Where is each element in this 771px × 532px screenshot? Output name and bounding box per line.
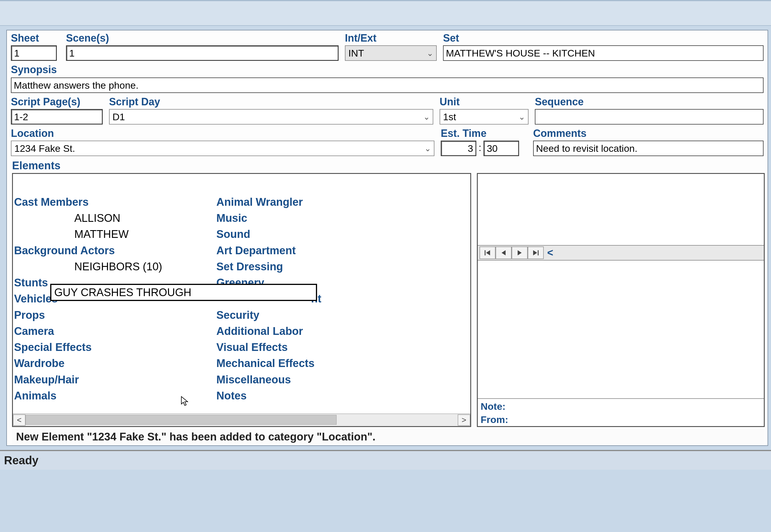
element-category[interactable]: Mechanical Effects — [216, 355, 419, 371]
elements-heading: Elements — [7, 157, 768, 173]
est-time-m-input[interactable] — [483, 141, 519, 156]
preview-panel: < Note: From: — [477, 173, 765, 427]
scenes-input[interactable] — [66, 45, 339, 61]
comments-input[interactable] — [533, 141, 764, 156]
nav-last-button[interactable] — [528, 246, 544, 259]
svg-rect-5 — [538, 250, 539, 255]
element-category[interactable]: Props — [14, 307, 216, 323]
element-item[interactable]: ALLISON — [14, 210, 216, 226]
script-day-label: Script Day — [109, 96, 433, 108]
time-separator: : — [476, 142, 483, 153]
scroll-thumb[interactable] — [26, 415, 337, 425]
element-category[interactable]: Miscellaneous — [216, 372, 419, 388]
elements-panel[interactable]: Cast MembersALLISONMATTHEWBackground Act… — [12, 173, 471, 427]
element-category[interactable]: Camera — [14, 323, 216, 339]
nav-prev-button[interactable] — [496, 246, 512, 259]
element-category[interactable]: Music — [216, 210, 419, 226]
sheet-label: Sheet — [11, 32, 60, 44]
element-inline-edit-input[interactable] — [50, 284, 317, 301]
script-pages-label: Script Page(s) — [11, 96, 103, 108]
chevron-down-icon: ⌄ — [424, 144, 431, 153]
script-day-select[interactable]: D1 ⌄ — [109, 109, 433, 125]
nav-extra-text: < — [544, 247, 553, 259]
element-category[interactable]: Animals — [14, 388, 216, 404]
element-category[interactable]: Notes — [216, 388, 419, 404]
element-category[interactable]: Wardrobe — [14, 355, 216, 371]
preview-top-area — [478, 174, 764, 246]
script-pages-input[interactable] — [11, 109, 103, 125]
set-input[interactable] — [443, 45, 764, 61]
scroll-left-button[interactable]: < — [13, 414, 26, 426]
chevron-down-icon: ⌄ — [427, 48, 433, 58]
chevron-down-icon: ⌄ — [518, 112, 525, 122]
element-item[interactable]: NEIGHBORS (10) — [14, 259, 216, 275]
element-category[interactable]: Set Dressing — [216, 259, 419, 275]
sheet-input[interactable] — [11, 45, 57, 61]
synopsis-label: Synopsis — [11, 64, 57, 76]
location-select[interactable]: 1234 Fake St. ⌄ — [11, 141, 434, 156]
svg-marker-4 — [533, 250, 537, 255]
element-category[interactable]: Sound — [216, 226, 419, 242]
svg-marker-1 — [486, 250, 490, 255]
status-bar: Ready — [0, 450, 771, 470]
svg-marker-2 — [502, 250, 506, 255]
element-category[interactable]: Art Department — [216, 242, 419, 259]
breakdown-sheet-form: Sheet Scene(s) Int/Ext INT ⌄ Set Synopsi — [6, 30, 768, 446]
info-message: New Element "1234 Fake St." has been add… — [12, 428, 765, 445]
intext-select[interactable]: INT ⌄ — [345, 45, 437, 61]
preview-nav: < — [478, 246, 764, 261]
comments-label: Comments — [533, 127, 764, 139]
element-category[interactable]: Special Effects — [14, 339, 216, 355]
set-label: Set — [443, 32, 764, 44]
element-item[interactable]: MATTHEW — [14, 226, 216, 242]
element-category[interactable]: Visual Effects — [216, 339, 419, 355]
scroll-track[interactable] — [26, 414, 458, 426]
element-category[interactable]: Cast Members — [14, 194, 216, 210]
nav-first-button[interactable] — [479, 246, 496, 259]
nav-next-button[interactable] — [512, 246, 528, 259]
chevron-down-icon: ⌄ — [423, 112, 430, 122]
synopsis-input[interactable] — [11, 77, 764, 93]
note-label: Note: — [481, 400, 761, 413]
scenes-label: Scene(s) — [66, 32, 339, 44]
location-label: Location — [11, 127, 434, 139]
element-category[interactable]: Background Actors — [14, 242, 216, 259]
element-category[interactable]: Animal Wrangler — [216, 194, 419, 210]
sequence-label: Sequence — [535, 96, 764, 108]
elements-hscrollbar[interactable]: < > — [13, 413, 470, 426]
est-time-label: Est. Time — [441, 127, 527, 139]
window-titlebar — [0, 0, 771, 26]
scroll-right-button[interactable]: > — [458, 414, 470, 426]
svg-marker-3 — [518, 250, 522, 255]
element-category[interactable]: Security — [216, 307, 419, 323]
intext-label: Int/Ext — [345, 32, 437, 44]
element-category[interactable]: Additional Labor — [216, 323, 419, 339]
from-label: From: — [481, 413, 761, 426]
est-time-h-input[interactable] — [441, 141, 476, 156]
unit-label: Unit — [440, 96, 529, 108]
svg-rect-0 — [485, 250, 485, 255]
preview-mid-area — [478, 261, 764, 399]
unit-select[interactable]: 1st ⌄ — [440, 109, 529, 125]
element-category[interactable]: Makeup/Hair — [14, 372, 216, 388]
sequence-input[interactable] — [535, 109, 764, 125]
